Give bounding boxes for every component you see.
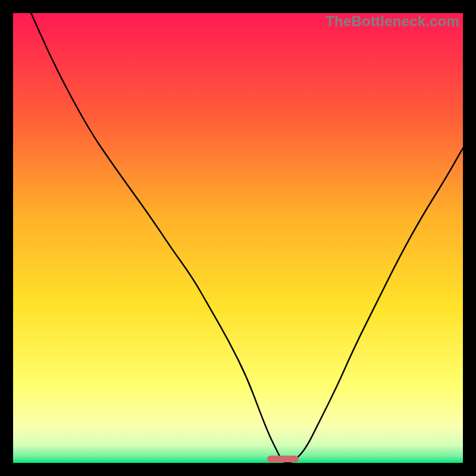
bottleneck-chart xyxy=(13,13,463,463)
watermark-label: TheBottleneck.com xyxy=(325,13,459,30)
bottleneck-marker xyxy=(267,456,299,462)
chart-frame: TheBottleneck.com xyxy=(13,13,463,463)
gradient-background xyxy=(13,13,463,463)
